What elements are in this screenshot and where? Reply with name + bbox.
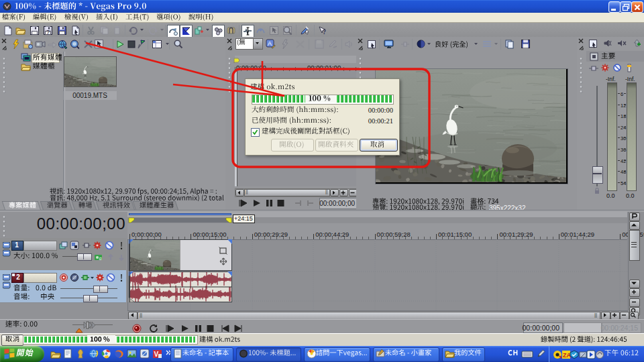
svg-text:α: α bbox=[99, 256, 102, 261]
svg-text:V: V bbox=[154, 351, 159, 358]
svg-text:A: A bbox=[268, 40, 272, 47]
svg-text:?: ? bbox=[323, 28, 326, 36]
svg-text:?: ? bbox=[46, 29, 50, 36]
